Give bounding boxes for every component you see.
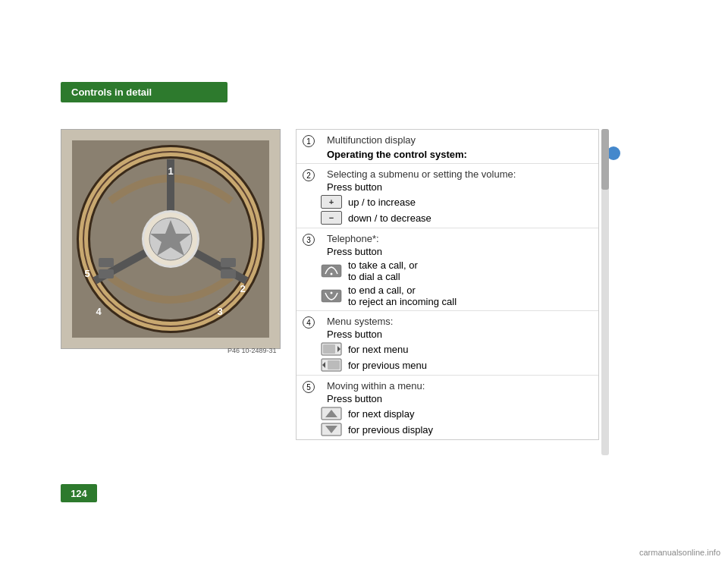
next-display-item: for next display [321,407,592,420]
menu-systems-title: Menu systems: [327,316,393,327]
section-5-buttons: for next display for previous display [321,407,592,436]
end-call-label: to end a call, orto reject an incoming c… [348,285,457,307]
circle-num-2: 2 [303,169,315,181]
prev-menu-item: for previous menu [321,358,592,372]
plus-button[interactable]: + [321,195,342,209]
section-2-buttons: + up / to increase − down / to decrease [321,195,592,225]
panel-scrollbar[interactable] [601,129,609,455]
svg-point-23 [331,292,333,294]
section-1: 1 Multifunction display Operating the co… [297,130,598,164]
menu-next-icon [321,342,342,356]
section-2-header: 2 Selecting a submenu or setting the vol… [303,168,592,193]
svg-rect-25 [323,344,335,354]
circle-num-3: 3 [303,234,315,246]
svg-text:1: 1 [168,165,173,177]
section-4-header: 4 Menu systems: Press button [303,316,592,340]
take-call-label: to take a call, orto dial a call [348,259,418,282]
scrollbar-thumb[interactable] [601,129,609,190]
section-5-header: 5 Moving within a menu: Press button [303,380,592,404]
press-button-3: Press button [327,246,382,257]
phone-reject-icon [321,289,342,303]
phone-answer-icon [321,264,342,278]
press-button-2: Press button [327,181,516,193]
section-4: 4 Menu systems: Press button for next me… [297,311,598,376]
section-header: Controls in detail [61,82,228,102]
up-increase-label: up / to increase [348,197,416,208]
svg-rect-19 [99,269,114,278]
prev-display-label: for previous display [348,424,433,436]
page-number-badge: 124 [61,484,97,502]
svg-text:5: 5 [84,268,89,279]
svg-rect-17 [221,269,236,278]
telephone-title: Telephone*: [327,233,379,244]
prev-menu-label: for previous menu [348,360,427,371]
multifunction-title: Multifunction display [327,134,416,146]
section-1-header: 1 Multifunction display Operating the co… [303,134,592,160]
section-3-buttons: to take a call, orto dial a call to end … [321,259,592,307]
photo-label: P46 10-2489-31 [228,347,277,354]
btn-plus-item: + up / to increase [321,195,592,209]
steering-wheel-image: 1 2 3 4 5 [61,129,281,349]
svg-point-21 [331,273,333,275]
section-5: 5 Moving within a menu: Press button for… [297,376,598,439]
btn-minus-item: − down / to decrease [321,211,592,225]
press-button-5: Press button [327,393,425,404]
section-3: 3 Telephone*: Press button to take a cal… [297,228,598,311]
next-display-label: for next display [348,408,414,420]
moving-menu-title: Moving within a menu: [327,380,425,392]
section-4-buttons: for next menu for previous menu [321,342,592,372]
operating-title: Operating the control system: [327,149,467,160]
circle-num-5: 5 [303,381,315,393]
reject-call-item: to end a call, orto reject an incoming c… [321,285,592,307]
svg-rect-28 [328,360,340,370]
section-2: 2 Selecting a submenu or setting the vol… [297,164,598,228]
minus-button[interactable]: − [321,211,342,225]
arrow-up-icon [321,407,342,420]
prev-display-item: for previous display [321,423,592,436]
circle-num-1: 1 [303,135,315,147]
submenu-title: Selecting a submenu or setting the volum… [327,168,516,180]
down-decrease-label: down / to decrease [348,212,431,224]
svg-rect-18 [99,258,114,267]
page-number: 124 [71,488,87,499]
arrow-down-icon [321,423,342,436]
next-menu-item: for next menu [321,342,592,356]
svg-text:4: 4 [96,306,102,317]
next-menu-label: for next menu [348,344,409,355]
press-button-4: Press button [327,329,393,340]
content-panel: 1 Multifunction display Operating the co… [296,129,599,440]
svg-text:3: 3 [217,306,222,317]
svg-rect-16 [221,258,236,267]
circle-num-4: 4 [303,316,315,329]
section-title: Controls in detail [71,86,152,98]
section-3-header: 3 Telephone*: Press button [303,233,592,257]
steering-wheel-svg: 1 2 3 4 5 [72,140,269,338]
answer-call-item: to take a call, orto dial a call [321,259,592,282]
svg-text:2: 2 [240,283,245,294]
menu-prev-icon [321,358,342,372]
watermark: carmanualsonline.info [639,548,720,557]
